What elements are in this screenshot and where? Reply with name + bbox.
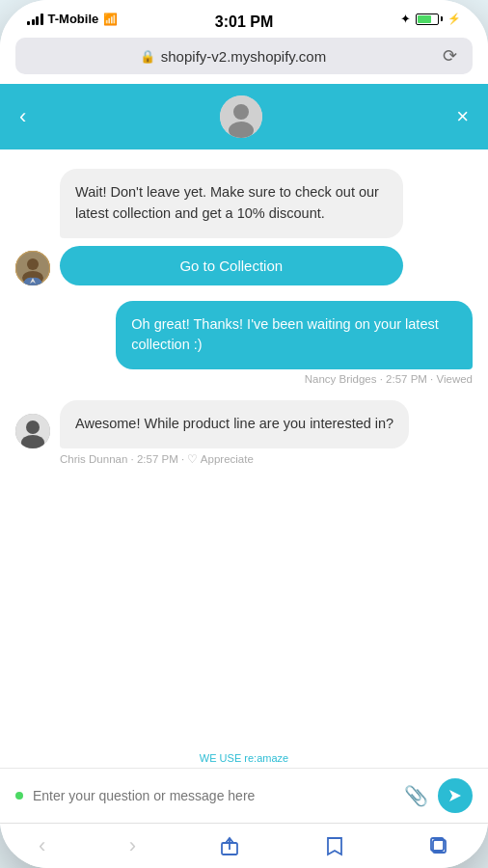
browser-nav-bar: ‹ › <box>0 823 488 868</box>
branding-prefix: WE USE <box>200 752 244 764</box>
agent-bubble: Awesome! While product line are you inte… <box>60 400 409 448</box>
agent-bubble-wrap: Awesome! While product line are you inte… <box>15 400 473 448</box>
battery-indicator <box>416 14 443 25</box>
chat-header: ‹ × <box>0 84 488 149</box>
signal-bars <box>27 14 43 25</box>
bookmarks-button[interactable] <box>324 835 345 856</box>
branding-name: re:amaze <box>244 752 288 764</box>
phone-frame: T-Mobile 📶 3:01 PM ✦ ⚡ 🔒 shopify-v2.mysh… <box>0 0 488 868</box>
url-text: shopify-v2.myshopify.com <box>161 48 326 65</box>
input-bar: 📎 <box>0 768 488 823</box>
svg-marker-10 <box>449 790 461 801</box>
chat-area: Wait! Don't leave yet. Make sure to chec… <box>0 149 488 745</box>
go-to-collection-button[interactable]: Go to Collection <box>60 246 403 285</box>
agent-message-meta: Chris Dunnan · 2:57 PM · ♡ Appreciate <box>60 452 473 466</box>
svg-point-8 <box>26 420 40 434</box>
send-button[interactable] <box>438 778 473 813</box>
time-display: 3:01 PM <box>215 14 273 31</box>
refresh-button[interactable]: ⟳ <box>443 45 457 67</box>
message-input[interactable] <box>33 788 394 803</box>
bot-message-text: Wait! Don't leave yet. Make sure to chec… <box>75 184 379 221</box>
reamaze-branding: WE USE re:amaze <box>0 745 488 768</box>
user-message-group: Oh great! Thanks! I've been waiting on y… <box>15 301 473 386</box>
wifi-icon: 📶 <box>103 13 118 26</box>
lock-icon: 🔒 <box>140 49 155 64</box>
user-bubble: Oh great! Thanks! I've been waiting on y… <box>116 301 473 370</box>
share-button[interactable] <box>219 835 240 856</box>
avatar-svg <box>220 95 262 138</box>
bluetooth-icon: ✦ <box>400 12 411 26</box>
back-button[interactable]: ‹ <box>19 104 26 129</box>
carrier-label: T-Mobile <box>48 12 99 26</box>
user-message-meta: Nancy Bridges · 2:57 PM · Viewed <box>305 373 473 385</box>
tabs-button[interactable] <box>428 835 449 856</box>
status-right: ✦ ⚡ <box>400 12 461 26</box>
status-left: T-Mobile 📶 <box>27 12 118 26</box>
url-bar: 🔒 shopify-v2.myshopify.com ⟳ <box>0 32 488 84</box>
bot-text-bubble: Wait! Don't leave yet. Make sure to chec… <box>60 169 403 238</box>
svg-point-4 <box>27 258 39 270</box>
browser-forward-button[interactable]: › <box>129 833 136 858</box>
user-message-text: Oh great! Thanks! I've been waiting on y… <box>131 316 438 353</box>
agent-message-text: Awesome! While product line are you inte… <box>75 416 393 431</box>
agent-avatar <box>220 95 262 138</box>
bot-avatar <box>15 251 50 285</box>
online-indicator <box>15 792 23 800</box>
close-button[interactable]: × <box>456 104 469 129</box>
status-bar: T-Mobile 📶 3:01 PM ✦ ⚡ <box>0 0 488 32</box>
bot-message-group: Wait! Don't leave yet. Make sure to chec… <box>15 169 473 285</box>
svg-point-1 <box>233 104 249 120</box>
browser-back-button[interactable]: ‹ <box>39 833 45 858</box>
agent-message-group: Awesome! While product line are you inte… <box>15 400 473 466</box>
attach-icon[interactable]: 📎 <box>404 784 428 807</box>
agent-small-avatar <box>15 414 50 448</box>
url-input-area[interactable]: 🔒 shopify-v2.myshopify.com ⟳ <box>15 38 473 74</box>
send-icon <box>447 788 463 803</box>
bot-bubble-container: Wait! Don't leave yet. Make sure to chec… <box>60 169 403 285</box>
charging-icon: ⚡ <box>447 13 461 25</box>
